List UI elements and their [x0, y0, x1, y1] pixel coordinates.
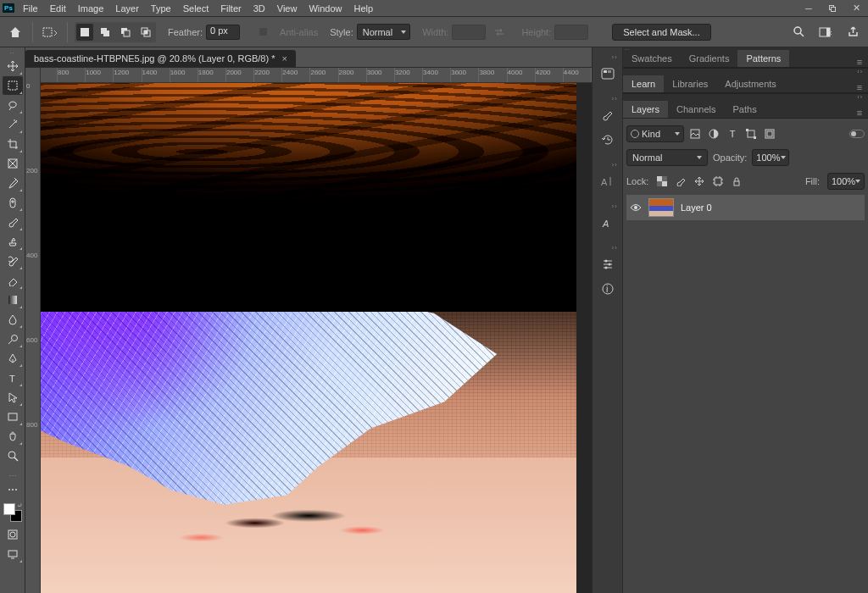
dodge-tool[interactable] — [3, 330, 23, 348]
history-brush-tool[interactable] — [3, 252, 23, 270]
lock-artboard-icon[interactable] — [712, 176, 723, 187]
layer-filter-toggle[interactable] — [849, 130, 865, 138]
canvas[interactable] — [41, 83, 592, 593]
menu-help[interactable]: Help — [348, 0, 380, 17]
crop-tool[interactable] — [3, 135, 23, 153]
select-and-mask-button[interactable]: Select and Mask... — [612, 24, 711, 41]
vertical-ruler[interactable]: 0 200 400 600 800 — [25, 68, 41, 593]
document-tab[interactable]: bass-coastline-HTBPNE5.jpg @ 20.8% (Laye… — [25, 50, 296, 67]
lock-image-icon[interactable] — [675, 176, 686, 187]
healing-brush-tool[interactable] — [3, 193, 23, 212]
paragraph-panel-icon[interactable]: A — [596, 211, 620, 235]
close-tab-icon[interactable]: × — [281, 53, 287, 64]
brushes-panel-icon[interactable] — [596, 103, 620, 127]
layer-list[interactable]: Layer 0 — [626, 195, 865, 593]
layer-thumbnail[interactable] — [648, 198, 674, 217]
color-panel-icon[interactable] — [596, 62, 620, 86]
svg-point-46 — [608, 263, 610, 266]
menu-image[interactable]: Image — [72, 0, 110, 17]
tab-libraries[interactable]: Libraries — [664, 75, 716, 92]
lock-transparency-icon[interactable] — [656, 176, 667, 187]
horizontal-ruler[interactable]: 8001000 12001400 16001800 20002200 24002… — [41, 68, 592, 83]
selection-add-icon[interactable] — [97, 24, 114, 41]
menu-3d[interactable]: 3D — [248, 0, 271, 17]
lock-position-icon[interactable] — [693, 176, 704, 187]
filter-adjust-icon[interactable] — [708, 128, 720, 140]
clone-stamp-tool[interactable] — [3, 232, 23, 251]
filter-type-icon[interactable]: T — [726, 128, 738, 140]
window-restore[interactable] — [821, 0, 844, 17]
frame-tool[interactable] — [3, 154, 23, 173]
move-tool[interactable] — [3, 57, 23, 75]
tab-channels[interactable]: Channels — [668, 101, 724, 118]
menu-layer[interactable]: Layer — [109, 0, 145, 17]
tab-adjustments[interactable]: Adjustments — [716, 75, 785, 92]
lock-all-icon[interactable] — [731, 176, 742, 187]
layer-filter-kind[interactable]: Kind — [626, 125, 684, 142]
window-minimize[interactable]: ─ — [797, 0, 821, 17]
swap-colors-icon[interactable]: ⤾ — [17, 502, 23, 509]
search-icon[interactable] — [788, 22, 809, 42]
panel-menu-icon[interactable]: ≡ — [851, 82, 868, 92]
menu-select[interactable]: Select — [177, 0, 215, 17]
filter-pixel-icon[interactable] — [689, 128, 701, 140]
history-panel-icon[interactable] — [596, 128, 620, 152]
svg-line-28 — [14, 457, 18, 461]
panel-menu-icon[interactable]: ≡ — [851, 108, 868, 118]
workspace-switcher-icon[interactable] — [815, 22, 836, 42]
tab-patterns[interactable]: Patterns — [737, 50, 789, 67]
filter-shape-icon[interactable] — [745, 128, 757, 140]
eyedropper-tool[interactable] — [3, 174, 23, 192]
screen-mode-toggle[interactable] — [3, 545, 23, 563]
panel-menu-icon[interactable]: ≡ — [851, 57, 868, 67]
tab-learn[interactable]: Learn — [623, 75, 664, 92]
edit-toolbar-button[interactable] — [3, 480, 23, 499]
style-select[interactable]: Normal — [357, 24, 410, 40]
tab-paths[interactable]: Paths — [725, 101, 765, 118]
opacity-input[interactable]: 100% — [752, 149, 789, 166]
share-icon[interactable] — [843, 22, 863, 42]
quick-mask-toggle[interactable] — [3, 525, 23, 544]
brush-tool[interactable] — [3, 213, 23, 231]
menu-window[interactable]: Window — [303, 0, 348, 17]
layer-name[interactable]: Layer 0 — [681, 202, 712, 213]
blur-tool[interactable] — [3, 310, 23, 329]
menu-type[interactable]: Type — [145, 0, 177, 17]
zoom-tool[interactable] — [3, 446, 23, 465]
eraser-tool[interactable] — [3, 271, 23, 290]
home-button[interactable] — [5, 22, 25, 42]
fill-input[interactable]: 100% — [827, 173, 865, 190]
layer-visibility-icon[interactable] — [630, 203, 642, 212]
feather-input[interactable]: 0 px — [206, 25, 240, 40]
menu-file[interactable]: File — [17, 0, 44, 17]
properties-panel-icon[interactable] — [596, 252, 620, 276]
tool-preset-picker[interactable] — [40, 22, 60, 42]
type-tool[interactable]: T — [3, 369, 23, 387]
lasso-tool[interactable] — [3, 96, 23, 114]
layer-row[interactable]: Layer 0 — [626, 195, 865, 220]
foreground-color-swatch[interactable] — [3, 503, 15, 515]
info-panel-icon[interactable]: i — [596, 277, 620, 301]
menu-filter[interactable]: Filter — [214, 0, 247, 17]
magic-wand-tool[interactable] — [3, 115, 23, 134]
tab-gradients[interactable]: Gradients — [681, 50, 738, 67]
pen-tool[interactable] — [3, 349, 23, 368]
tab-swatches[interactable]: Swatches — [623, 50, 681, 67]
character-panel-icon[interactable]: A — [596, 169, 620, 193]
selection-subtract-icon[interactable] — [117, 24, 134, 41]
selection-new-icon[interactable] — [76, 24, 93, 41]
foreground-background-swatch[interactable]: ⤾ — [3, 503, 22, 522]
marquee-tool[interactable] — [3, 76, 23, 95]
window-close[interactable]: ✕ — [844, 0, 868, 17]
hand-tool[interactable] — [3, 427, 23, 446]
path-selection-tool[interactable] — [3, 388, 23, 407]
filter-smart-icon[interactable] — [764, 128, 776, 140]
gradient-tool[interactable] — [3, 291, 23, 309]
menu-edit[interactable]: Edit — [44, 0, 72, 17]
rectangle-tool[interactable] — [3, 407, 23, 426]
menu-view[interactable]: View — [271, 0, 303, 17]
selection-intersect-icon[interactable] — [137, 24, 154, 41]
height-label: Height: — [521, 27, 551, 37]
blend-mode-select[interactable]: Normal — [626, 149, 708, 166]
tab-layers[interactable]: Layers — [623, 101, 668, 118]
